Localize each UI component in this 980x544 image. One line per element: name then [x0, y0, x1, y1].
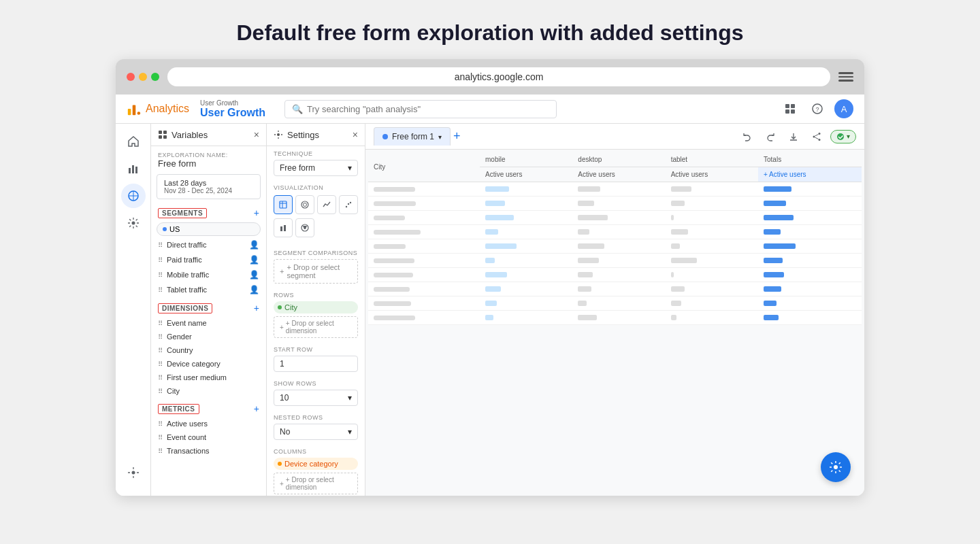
segments-section-header[interactable]: SEGMENTS +: [151, 202, 266, 221]
download-btn[interactable]: [784, 127, 803, 146]
nav-explore-icon[interactable]: [121, 184, 146, 208]
menu-line-1: [838, 72, 853, 74]
browser-menu-icon[interactable]: [838, 72, 853, 82]
country-item[interactable]: ⠿ Country: [151, 343, 266, 357]
tab-dot: [382, 134, 388, 139]
gender-item[interactable]: ⠿ Gender: [151, 330, 266, 343]
segment-chip-label: US: [169, 225, 180, 233]
nested-rows-dropdown[interactable]: No ▾: [274, 424, 358, 440]
variables-panel-close[interactable]: ×: [254, 129, 259, 140]
viz-donut-btn[interactable]: [295, 195, 314, 214]
tablet-cell: [666, 225, 758, 239]
event-name-label: Event name: [167, 319, 207, 327]
tablet-cell: [666, 197, 758, 211]
transactions-item[interactable]: ⠿ Transactions: [151, 444, 266, 458]
drop-dimension-area[interactable]: + + Drop or select dimension: [274, 316, 358, 338]
dimensions-add-btn[interactable]: +: [254, 303, 259, 313]
maximize-traffic-light[interactable]: [151, 73, 159, 81]
nav-reports-icon[interactable]: [121, 156, 146, 181]
viz-table-btn[interactable]: [274, 195, 293, 214]
paid-traffic-item[interactable]: ⠿ Paid traffic 👤: [151, 252, 266, 267]
columns-label: COLUMNS: [274, 448, 358, 455]
direct-traffic-label: Direct traffic: [167, 241, 206, 249]
direct-traffic-item[interactable]: ⠿ Direct traffic 👤: [151, 237, 266, 252]
close-traffic-light[interactable]: [127, 73, 135, 81]
nav-home-icon[interactable]: [121, 129, 146, 154]
browser-chrome: analytics.google.com: [116, 59, 864, 95]
fab-settings-btn[interactable]: [821, 452, 851, 482]
totals-group-header: Totals: [758, 152, 862, 167]
viz-line-btn[interactable]: [317, 195, 336, 214]
svg-rect-11: [135, 167, 137, 173]
check-btn[interactable]: ▾: [830, 130, 856, 143]
tab-add-btn[interactable]: +: [453, 129, 461, 143]
tablet-active-users-header[interactable]: Active users: [666, 167, 758, 182]
dimensions-section-header[interactable]: DIMENSIONS +: [151, 297, 266, 316]
start-row-input[interactable]: [274, 356, 358, 372]
metrics-section-header[interactable]: METRICS +: [151, 398, 266, 417]
mobile-traffic-item[interactable]: ⠿ Mobile traffic 👤: [151, 267, 266, 282]
viz-scatter-btn[interactable]: [339, 195, 358, 214]
city-cell: [368, 197, 480, 211]
grid-icon-btn[interactable]: [780, 99, 800, 119]
ga-logo-text: Analytics: [146, 103, 189, 115]
total-cell: [758, 296, 862, 311]
data-table: City mobile desktop tablet Totals Active…: [368, 152, 862, 325]
nav-configure-icon[interactable]: [121, 211, 146, 235]
segments-add-btn[interactable]: +: [254, 207, 259, 218]
device-category-column-chip[interactable]: Device category: [274, 458, 358, 470]
breadcrumb-current[interactable]: User Growth: [200, 107, 265, 119]
nav-settings-icon[interactable]: [121, 460, 146, 485]
ga-search-bar[interactable]: 🔍: [284, 100, 557, 118]
visualization-section: VISUALIZATION: [267, 180, 365, 245]
city-col-header[interactable]: City: [368, 152, 480, 182]
total-cell: [758, 311, 862, 325]
settings-panel-close[interactable]: ×: [353, 129, 358, 140]
desktop-active-users-header[interactable]: Active users: [572, 167, 665, 182]
first-user-medium-item[interactable]: ⠿ First user medium: [151, 371, 266, 384]
device-category-item[interactable]: ⠿ Device category: [151, 357, 266, 371]
drop-segment-area[interactable]: + + Drop or select segment: [274, 259, 358, 284]
show-rows-dropdown[interactable]: 10 ▾: [274, 390, 358, 406]
us-segment-chip[interactable]: US: [157, 222, 261, 236]
metrics-add-btn[interactable]: +: [254, 403, 259, 414]
mobile-cell: [480, 296, 572, 311]
drop-col-area[interactable]: + + Drop or select dimension: [274, 473, 358, 494]
technique-dropdown[interactable]: Free form ▾: [274, 160, 358, 176]
tab-free-form-1[interactable]: Free form 1 ▾: [374, 127, 451, 146]
city-cell: [368, 268, 480, 282]
event-count-item[interactable]: ⠿ Event count: [151, 430, 266, 444]
svg-rect-1: [133, 105, 136, 116]
country-label: Country: [167, 346, 193, 354]
viz-funnel-btn[interactable]: [295, 218, 314, 237]
minimize-traffic-light[interactable]: [139, 73, 147, 81]
help-icon-btn[interactable]: ?: [807, 99, 828, 119]
bar-chart-icon: [127, 163, 140, 175]
exploration-name-value[interactable]: Free form: [158, 158, 259, 169]
tablet-traffic-item[interactable]: ⠿ Tablet traffic 👤: [151, 282, 266, 297]
mobile-active-users-header[interactable]: Active users: [480, 167, 572, 182]
undo-btn[interactable]: [738, 127, 757, 146]
account-avatar[interactable]: A: [834, 99, 853, 118]
viz-bar-btn[interactable]: [274, 218, 293, 237]
total-cell: [758, 197, 862, 211]
donut-icon: [301, 201, 309, 209]
data-table-area[interactable]: City mobile desktop tablet Totals Active…: [365, 150, 864, 496]
drag-icon-fum: ⠿: [158, 374, 163, 381]
show-rows-chevron: ▾: [348, 393, 352, 403]
ga-topnav: Analytics User Growth User Growth 🔍 ? A: [116, 95, 864, 124]
event-name-item[interactable]: ⠿ Event name: [151, 316, 266, 330]
address-bar[interactable]: analytics.google.com: [167, 67, 830, 86]
mobile-cell: [480, 239, 572, 254]
city-row-chip[interactable]: City: [274, 301, 358, 313]
variables-panel-header: Variables ×: [151, 124, 266, 146]
share-btn[interactable]: [807, 127, 826, 146]
city-item[interactable]: ⠿ City: [151, 384, 266, 398]
search-input[interactable]: [307, 104, 549, 114]
desktop-cell: [572, 268, 665, 282]
totals-active-users-header[interactable]: + Active users: [758, 167, 862, 182]
active-users-item[interactable]: ⠿ Active users: [151, 417, 266, 430]
date-range-section[interactable]: Last 28 days Nov 28 - Dec 25, 2024: [157, 174, 261, 199]
redo-btn[interactable]: [761, 127, 780, 146]
svg-point-31: [819, 133, 821, 135]
